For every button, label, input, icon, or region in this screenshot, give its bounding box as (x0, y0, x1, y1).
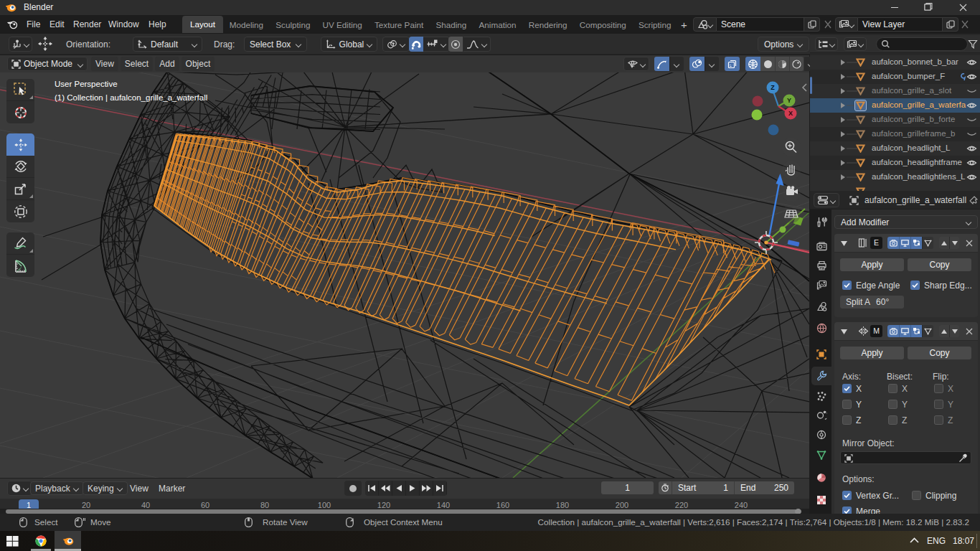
svg-text:X: X (788, 110, 793, 117)
svg-text:Z: Z (771, 84, 775, 91)
svg-text:User Perspective: User Perspective (55, 80, 118, 88)
svg-text:Y: Y (787, 97, 791, 104)
svg-text:(1) Collection | aufalcon_gril: (1) Collection | aufalcon_grille_a_water… (55, 93, 207, 102)
